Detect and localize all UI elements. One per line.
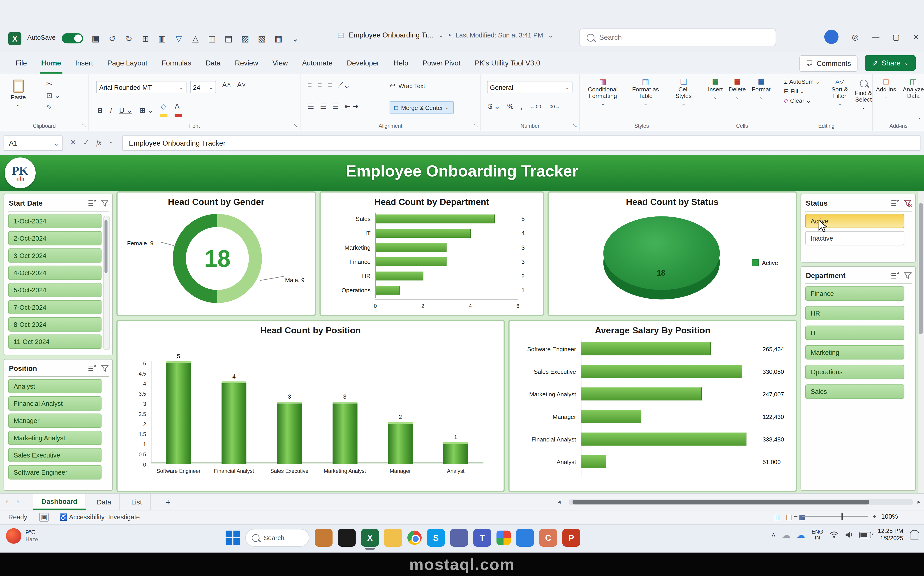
scroll-right-icon[interactable]: ▸: [918, 499, 921, 505]
chevron-down-icon[interactable]: ⌄: [548, 31, 553, 39]
page-layout-view-icon[interactable]: ▤: [786, 513, 793, 521]
align-middle-icon[interactable]: ≡: [318, 81, 322, 89]
percent-icon[interactable]: %: [507, 102, 514, 110]
taskbar-search[interactable]: Search: [245, 529, 309, 547]
box-icon[interactable]: ▧: [257, 34, 267, 43]
tray-chevron-icon[interactable]: ˄: [771, 531, 776, 538]
horizontal-scrollbar[interactable]: [569, 499, 913, 505]
paste-button[interactable]: Paste⌄: [11, 80, 26, 108]
formula-input[interactable]: Employee Onboarding Tracker: [122, 135, 921, 151]
multi-select-icon[interactable]: [88, 200, 96, 207]
pattern-icon[interactable]: ▦: [273, 34, 284, 43]
autosave-toggle[interactable]: [62, 33, 83, 43]
align-top-icon[interactable]: ≡: [308, 81, 312, 89]
accessibility-status[interactable]: ♿ Accessibility: Investigate: [59, 513, 140, 521]
normal-view-icon[interactable]: ▦: [773, 513, 780, 521]
delete-cells-button[interactable]: ▦Delete⌄: [729, 78, 746, 100]
ribbon-tab-file[interactable]: File: [8, 52, 34, 74]
autosum-button[interactable]: Σ AutoSum ⌄: [784, 78, 820, 85]
cloud-icon[interactable]: ☁: [797, 530, 805, 539]
chart-head-count-by-gender[interactable]: Head Count by Gender 18 Female, 9 Male, …: [116, 191, 316, 316]
clock[interactable]: 12:25 PM1/9/2025: [878, 528, 903, 542]
photos-icon[interactable]: [496, 531, 511, 545]
cell-styles-button[interactable]: ❏ Cell Styles⌄: [670, 78, 697, 107]
weather-widget[interactable]: 9°CHaze: [6, 528, 38, 544]
chevron-down-icon[interactable]: ⌄: [109, 138, 113, 147]
save-icon[interactable]: ▣: [90, 34, 101, 43]
language-indicator[interactable]: ENGIN: [812, 529, 823, 541]
font-size-select[interactable]: 24⌄: [190, 81, 216, 93]
increase-font-icon[interactable]: A˄: [222, 81, 231, 89]
chart-head-count-by-department[interactable]: Head Count by Department Sales5IT4Market…: [319, 191, 544, 316]
slicer-item-2-oct-2024[interactable]: 2-Oct-2024: [8, 231, 102, 245]
slicer-item-11-oct-2024[interactable]: 11-Oct-2024: [8, 334, 102, 349]
sheet-tab-list[interactable]: List: [123, 494, 151, 510]
clear-button[interactable]: ◇ Clear ⌄: [784, 98, 820, 104]
excel-icon[interactable]: X: [361, 529, 379, 547]
merge-center-button[interactable]: ⊟ Merge & Center⌄: [389, 101, 453, 114]
people-icon[interactable]: ◫: [207, 34, 217, 43]
ribbon-tab-review[interactable]: Review: [228, 52, 265, 74]
slicer-item-marketing-analyst[interactable]: Marketing Analyst: [8, 431, 102, 445]
minimize-button[interactable]: —: [872, 32, 879, 41]
slicer-item-3-oct-2024[interactable]: 3-Oct-2024: [8, 248, 102, 262]
chart-head-count-by-status[interactable]: Head Count by Status 18 Active: [547, 191, 797, 316]
slicer-item-4-oct-2024[interactable]: 4-Oct-2024: [8, 266, 102, 280]
copy-icon[interactable]: ⊡ ⌄: [46, 91, 60, 100]
phone-icon[interactable]: [516, 529, 534, 547]
wrap-text-button[interactable]: ↩Wrap Text: [389, 82, 425, 90]
close-button[interactable]: ✕: [913, 32, 919, 41]
chart-average-salary-by-position[interactable]: Average Salary By Position Software Engi…: [508, 320, 797, 492]
sheet-tab-dashboard[interactable]: Dashboard: [33, 494, 86, 510]
insert-cells-button[interactable]: ▦Insert⌄: [708, 78, 723, 100]
currency-icon[interactable]: $ ⌄: [488, 102, 500, 110]
powerpoint-icon[interactable]: P: [562, 529, 580, 547]
terminal-icon[interactable]: [338, 529, 356, 547]
align-center-icon[interactable]: ☰: [320, 102, 326, 110]
wifi-icon[interactable]: [830, 531, 838, 538]
analyze-data-button[interactable]: ◫ Analyze Data: [902, 78, 924, 100]
file-explorer-icon[interactable]: [384, 529, 402, 547]
orientation-icon[interactable]: ⟋ ⌄: [338, 81, 349, 89]
multi-select-icon[interactable]: [891, 200, 899, 207]
ribbon-tab-view[interactable]: View: [265, 52, 295, 74]
share-button[interactable]: ⇗ Share ⌄: [865, 55, 916, 70]
excel-app-icon[interactable]: X: [8, 32, 21, 45]
align-bottom-icon[interactable]: ≡: [328, 81, 332, 89]
dialog-launcher-icon[interactable]: ⤡: [82, 123, 86, 129]
collapse-ribbon-icon[interactable]: ⌄: [917, 114, 922, 120]
font-color-button[interactable]: A: [175, 102, 182, 119]
undo-icon[interactable]: ↺: [107, 34, 118, 43]
avatar[interactable]: [825, 30, 839, 44]
help-icon[interactable]: ◎: [852, 32, 859, 41]
sheet-nav-right-icon[interactable]: ›: [17, 497, 19, 506]
ribbon-tab-data[interactable]: Data: [198, 52, 228, 74]
onedrive-icon[interactable]: ☁: [782, 530, 790, 539]
ribbon-tab-automate[interactable]: Automate: [295, 52, 340, 74]
conditional-formatting-button[interactable]: ▦ Conditional Formatting⌄: [584, 78, 621, 107]
scroll-left-icon[interactable]: ◂: [558, 499, 560, 505]
format-as-table-button[interactable]: ▦ Format as Table⌄: [628, 78, 663, 107]
grid-icon[interactable]: ⊞: [140, 34, 151, 43]
slicer-item-manager[interactable]: Manager: [8, 413, 102, 428]
slicer-item-marketing[interactable]: Marketing: [805, 345, 905, 359]
more-icon[interactable]: ⌄: [290, 34, 300, 43]
indent-icons[interactable]: ⇤ ⇥: [345, 102, 359, 110]
slicer-item-software-engineer[interactable]: Software Engineer: [8, 465, 102, 479]
filter-icon[interactable]: ▽: [174, 34, 184, 43]
slicer-item-operations[interactable]: Operations: [805, 365, 905, 379]
ribbon-tab-help[interactable]: Help: [386, 52, 415, 74]
zoom-out-icon[interactable]: −: [794, 513, 798, 520]
slicer-item-finance[interactable]: Finance: [805, 286, 905, 301]
slicer-item-inactive[interactable]: Inactive: [805, 231, 905, 245]
slicer-item-financial-analyst[interactable]: Financial Analyst: [8, 396, 102, 411]
filter-icon[interactable]: [101, 365, 109, 372]
ribbon-tab-page-layout[interactable]: Page Layout: [100, 52, 155, 74]
chrome-icon[interactable]: [407, 531, 421, 545]
ribbon-tab-insert[interactable]: Insert: [68, 52, 100, 74]
slicer-item-1-oct-2024[interactable]: 1-Oct-2024: [8, 214, 102, 228]
zoom-slider[interactable]: [803, 516, 868, 517]
addins-button[interactable]: ⊞ Add-ins⌄: [874, 78, 898, 100]
ribbon-tab-formulas[interactable]: Formulas: [155, 52, 198, 74]
volume-icon[interactable]: [845, 531, 853, 538]
